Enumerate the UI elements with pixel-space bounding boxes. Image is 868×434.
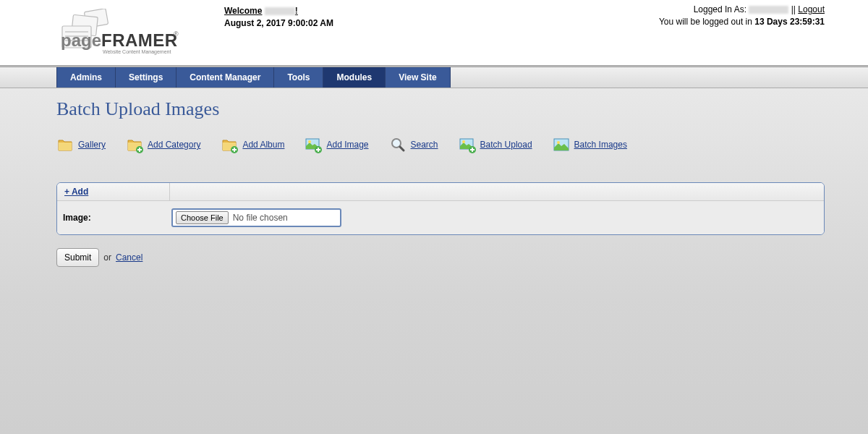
logo-page: page [61,30,101,50]
logout-warn-pre: You will be logged out in [659,17,754,27]
brand-logo: page FRAMER ® Website Content Management [58,9,181,66]
toolbar-add-category-label: Add Category [148,140,200,150]
login-sep: || [788,4,798,14]
logout-countdown-line: You will be logged out in 13 Days 23:59:… [659,17,825,27]
folder-plus-icon [221,136,238,153]
nav-tab-admins[interactable]: Admins [56,67,116,88]
toolbar-batch-images[interactable]: Batch Images [553,136,627,153]
nav-tab-content-manager[interactable]: Content Manager [176,67,274,88]
logout-countdown: 13 Days 23:59:31 [754,17,825,27]
svg-point-16 [557,141,560,144]
upload-panel: + Add Image: Choose File No file chosen [56,182,825,235]
toolbar-batch-images-label: Batch Images [574,140,627,150]
logo-framer: FRAMER [101,30,178,50]
logged-in-user-redacted [749,6,788,14]
folder-plus-icon [126,136,143,153]
toolbar-add-category[interactable]: Add Category [126,136,200,153]
logo-reg: ® [174,30,179,38]
toolbar-add-image-label: Add Image [326,140,368,150]
folder-icon [56,136,74,153]
welcome-line: Welcome ! [224,6,333,16]
toolbar-batch-upload[interactable]: Batch Upload [459,136,532,153]
toolbar-gallery-label: Gallery [78,140,106,150]
page-title: Batch Upload Images [56,98,825,120]
toolbar-add-album-label: Add Album [242,140,284,150]
welcome-bang: ! [295,6,298,16]
image-field-label: Image: [63,213,171,223]
image-plus-icon [305,136,322,153]
current-datetime: August 2, 2017 9:00:02 AM [224,18,333,28]
cancel-link[interactable]: Cancel [116,252,142,263]
or-text: or [103,252,111,263]
nav-tab-settings[interactable]: Settings [116,67,176,88]
svg-point-13 [462,140,465,143]
logged-in-as-label: Logged In As: [694,4,746,14]
nav-tab-tools[interactable]: Tools [274,67,323,88]
add-row-link[interactable]: + Add [64,187,88,197]
nav-tab-modules[interactable]: Modules [323,67,386,88]
welcome-label: Welcome [224,6,262,16]
main-nav: Admins Settings Content Manager Tools Mo… [0,67,868,88]
nav-tab-view-site[interactable]: View Site [386,67,450,88]
toolbar-search-label: Search [411,140,438,150]
toolbar-add-album[interactable]: Add Album [221,136,284,153]
toolbar-search[interactable]: Search [389,136,438,153]
logo-tagline: Website Content Management [103,49,171,55]
toolbar-batch-upload-label: Batch Upload [480,140,532,150]
logged-in-line: Logged In As: || Logout [659,4,825,14]
toolbar-add-image[interactable]: Add Image [305,136,368,153]
welcome-username-redacted [265,7,295,15]
file-chosen-text: No file chosen [233,213,288,223]
svg-point-9 [308,140,311,143]
logout-link[interactable]: Logout [798,4,825,14]
magnify-icon [389,136,407,153]
image-plus-icon [459,136,476,153]
choose-file-button[interactable]: Choose File [176,211,229,224]
image-icon [553,136,570,153]
submit-button[interactable]: Submit [56,248,99,267]
file-input[interactable]: Choose File No file chosen [171,208,341,227]
action-toolbar: Gallery Add Category Add Album Add Image… [56,136,825,153]
toolbar-gallery[interactable]: Gallery [56,136,106,153]
